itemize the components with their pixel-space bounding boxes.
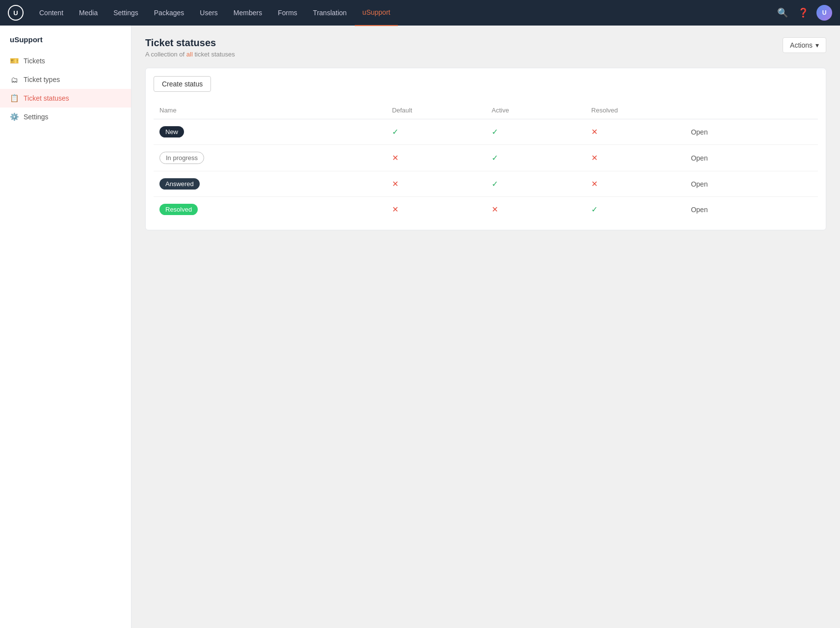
table-header: Name Default Active Resolved [154,102,818,119]
nav-item-forms[interactable]: Forms [270,0,305,26]
sidebar-item-ticket-types-label: Ticket types [24,76,60,83]
check-icon: ✓ [392,128,398,136]
help-button[interactable]: ❓ [796,5,811,20]
cell-default: ✕ [386,171,486,197]
content-card: Create status Name Default Active Resolv… [145,68,826,230]
chevron-down-icon: ▾ [815,41,819,49]
nav-item-members[interactable]: Members [226,0,270,26]
sidebar-item-ticket-statuses-label: Ticket statuses [24,94,69,102]
sidebar-item-settings[interactable]: ⚙️ Settings [0,108,131,126]
nav-item-translation[interactable]: Translation [305,0,355,26]
page-subtitle: A collection of all ticket statuses [145,51,235,58]
table-row: Answered ✕ ✓ ✕ Open [154,171,818,197]
sidebar-item-ticket-types[interactable]: 🗂 Ticket types [0,70,131,89]
cell-active: ✓ [486,145,585,171]
nav-item-packages[interactable]: Packages [146,0,192,26]
x-icon: ✕ [392,180,398,188]
table-row: In progress ✕ ✓ ✕ Open [154,145,818,171]
subtitle-start: A collection of [145,51,186,58]
check-icon: ✓ [591,205,598,214]
status-table: Name Default Active Resolved New ✓ ✓ ✕ O… [154,102,818,222]
x-icon: ✕ [392,154,398,162]
cell-resolved: ✕ [585,119,685,145]
top-navigation: U Content Media Settings Packages Users … [0,0,840,26]
table-header-row: Name Default Active Resolved [154,102,818,119]
ticket-types-icon: 🗂 [10,75,19,84]
nav-item-media[interactable]: Media [71,0,105,26]
cell-name: Answered [154,171,386,197]
create-status-button[interactable]: Create status [154,76,211,92]
subtitle-end: ticket statuses [193,51,235,58]
col-header-active: Active [486,102,585,119]
col-header-extra [685,102,818,119]
x-icon: ✕ [492,205,498,214]
cell-resolved: ✕ [585,145,685,171]
nav-item-users[interactable]: Users [192,0,226,26]
sidebar-item-tickets[interactable]: 🎫 Tickets [0,52,131,70]
x-icon: ✕ [591,154,598,162]
main-content: Ticket statuses A collection of all tick… [131,26,840,628]
x-icon: ✕ [591,180,598,188]
layout: uSupport 🎫 Tickets 🗂 Ticket types 📋 Tick… [0,0,840,628]
actions-button[interactable]: Actions ▾ [783,37,826,53]
cell-extra: Open [685,197,818,222]
page-header-left: Ticket statuses A collection of all tick… [145,37,235,58]
page-header: Ticket statuses A collection of all tick… [145,37,826,58]
col-header-name: Name [154,102,386,119]
check-icon: ✓ [492,128,498,136]
x-icon: ✕ [591,128,598,136]
cell-active: ✓ [486,119,585,145]
col-header-resolved: Resolved [585,102,685,119]
search-button[interactable]: 🔍 [775,5,790,20]
nav-item-settings[interactable]: Settings [105,0,146,26]
cell-resolved: ✓ [585,197,685,222]
cell-default: ✓ [386,119,486,145]
cell-default: ✕ [386,197,486,222]
cell-active: ✓ [486,171,585,197]
logo[interactable]: U [8,5,24,21]
table-body: New ✓ ✓ ✕ Open In progress ✕ ✓ ✕ Open An… [154,119,818,222]
status-badge: New [159,126,184,137]
cell-resolved: ✕ [585,171,685,197]
page-title: Ticket statuses [145,37,235,49]
check-icon: ✓ [492,154,498,162]
cell-name: New [154,119,386,145]
nav-item-content[interactable]: Content [31,0,71,26]
sidebar-item-tickets-label: Tickets [24,57,45,65]
check-icon: ✓ [492,180,498,188]
subtitle-highlight: all [186,51,193,58]
table-row: New ✓ ✓ ✕ Open [154,119,818,145]
sidebar: uSupport 🎫 Tickets 🗂 Ticket types 📋 Tick… [0,26,131,628]
cell-default: ✕ [386,145,486,171]
col-header-default: Default [386,102,486,119]
cell-extra: Open [685,119,818,145]
nav-right: 🔍 ❓ U [775,5,832,21]
sidebar-title: uSupport [0,35,131,52]
x-icon: ✕ [392,205,398,214]
cell-name: Resolved [154,197,386,222]
sidebar-item-settings-label: Settings [24,113,49,121]
cell-extra: Open [685,145,818,171]
status-badge: Resolved [159,204,198,215]
avatar[interactable]: U [816,5,832,21]
sidebar-nav: 🎫 Tickets 🗂 Ticket types 📋 Ticket status… [0,52,131,126]
status-badge: In progress [159,152,204,164]
nav-item-usupport[interactable]: uSupport [355,0,398,26]
cell-extra: Open [685,171,818,197]
cell-name: In progress [154,145,386,171]
table-row: Resolved ✕ ✕ ✓ Open [154,197,818,222]
actions-label: Actions [790,41,813,49]
status-badge: Answered [159,178,200,190]
nav-items: Content Media Settings Packages Users Me… [31,0,775,26]
ticket-statuses-icon: 📋 [10,94,19,103]
settings-icon: ⚙️ [10,112,19,121]
tickets-icon: 🎫 [10,56,19,65]
cell-active: ✕ [486,197,585,222]
sidebar-item-ticket-statuses[interactable]: 📋 Ticket statuses [0,89,131,108]
